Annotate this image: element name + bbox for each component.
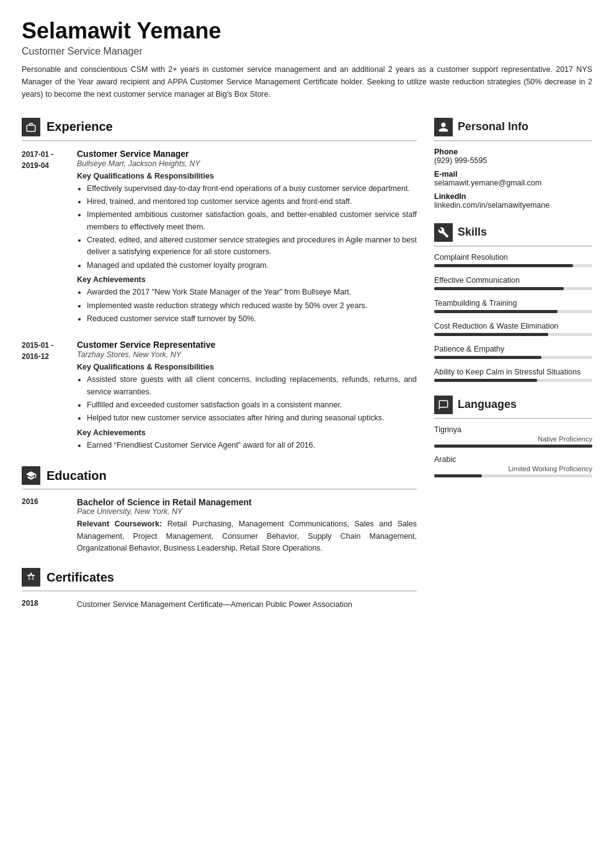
edu-degree-1: Bachelor of Science in Retail Management — [77, 497, 417, 507]
skills-icon — [434, 223, 453, 242]
skill-bar-bg-2 — [434, 310, 592, 313]
education-section-header: Education — [22, 466, 417, 490]
cert-content-1: Customer Service Management Certificate—… — [77, 599, 417, 611]
exp-dates-2: 2015-01 - 2016-12 — [22, 340, 68, 453]
edu-content-1: Bachelor of Science in Retail Management… — [77, 497, 417, 554]
education-icon — [22, 466, 40, 485]
certificates-title: Certificates — [47, 570, 114, 585]
lang-bar-bg-1 — [434, 474, 592, 477]
candidate-name: Selamawit Yemane — [22, 19, 592, 43]
list-item: Earned “Friendliest Customer Service Age… — [87, 440, 417, 451]
personal-info-icon — [434, 118, 453, 136]
education-title: Education — [47, 469, 107, 483]
personal-info-section: Personal Info Phone (929) 999-5595 E-mai… — [434, 118, 592, 210]
exp-qual-header-2: Key Qualifications & Responsibilities — [77, 363, 417, 371]
personal-info-header: Personal Info — [434, 118, 592, 141]
skill-bar-fill-3 — [434, 333, 548, 336]
skill-bar-bg-0 — [434, 264, 592, 267]
list-item: Hired, trained, and mentored top custome… — [87, 196, 417, 208]
languages-section: Languages Tigrinya Native Proficiency Ar… — [434, 396, 592, 477]
skill-item-1: Effective Communication — [434, 276, 592, 290]
exp-qual-list-1: Effectively supervised day-to-day front-… — [77, 183, 417, 272]
certificates-section: Certificates 2018 Customer Service Manag… — [22, 568, 417, 611]
skill-item-0: Complaint Resolution — [434, 253, 592, 267]
skill-name-1: Effective Communication — [434, 276, 592, 285]
skill-bar-bg-4 — [434, 356, 592, 359]
exp-content-1: Customer Service Manager Bullseye Mart, … — [77, 149, 417, 327]
lang-proficiency-0: Native Proficiency — [434, 435, 592, 443]
pi-linkedin: LinkedIn linkedin.com/in/selamawityemane — [434, 192, 592, 210]
languages-header: Languages — [434, 396, 592, 419]
pi-email: E-mail selamawit.yemane@gmail.com — [434, 170, 592, 187]
languages-title: Languages — [458, 398, 517, 411]
skill-item-4: Patience & Empathy — [434, 345, 592, 359]
edu-year-1: 2016 — [22, 497, 68, 554]
right-column: Personal Info Phone (929) 999-5595 E-mai… — [434, 118, 592, 625]
header-section: Selamawit Yemane Customer Service Manage… — [22, 19, 592, 100]
list-item: Implemented ambitious customer satisfact… — [87, 209, 417, 233]
exp-company-1: Bullseye Mart, Jackson Heights, NY — [77, 159, 417, 168]
exp-ach-header-1: Key Achievements — [77, 275, 417, 284]
list-item: Fulfilled and exceeded customer satisfac… — [87, 399, 417, 411]
edu-coursework-1: Relevant Coursework: Retail Purchasing, … — [77, 518, 417, 554]
skill-bar-fill-0 — [434, 264, 573, 267]
exp-job-title-1: Customer Service Manager — [77, 149, 417, 159]
edu-entry-1: 2016 Bachelor of Science in Retail Manag… — [22, 497, 417, 554]
exp-ach-list-2: Earned “Friendliest Customer Service Age… — [77, 440, 417, 451]
exp-content-2: Customer Service Representative Tarzhay … — [77, 340, 417, 453]
skill-bar-bg-1 — [434, 287, 592, 290]
list-item: Managed and updated the customer loyalty… — [87, 260, 417, 272]
candidate-summary: Personable and conscientious CSM with 2+… — [22, 63, 592, 100]
education-section: Education 2016 Bachelor of Science in Re… — [22, 466, 417, 554]
skills-section: Skills Complaint Resolution Effective Co… — [434, 223, 592, 382]
exp-company-2: Tarzhay Stores, New York, NY — [77, 350, 417, 359]
lang-proficiency-1: Limited Working Proficiency — [434, 465, 592, 472]
list-item: Effectively supervised day-to-day front-… — [87, 183, 417, 195]
list-item: Reduced customer service staff turnover … — [87, 313, 417, 325]
skill-bar-fill-4 — [434, 356, 541, 359]
list-item: Assisted store guests with all client co… — [87, 374, 417, 398]
skill-item-3: Cost Reduction & Waste Elimination — [434, 322, 592, 336]
experience-icon — [22, 118, 40, 136]
skill-bar-fill-2 — [434, 310, 558, 313]
list-item: Created, edited, and altered customer se… — [87, 234, 417, 259]
skill-name-2: Teambuilding & Training — [434, 299, 592, 308]
candidate-title: Customer Service Manager — [22, 46, 592, 57]
skill-name-3: Cost Reduction & Waste Elimination — [434, 322, 592, 330]
edu-coursework-label: Relevant Coursework: — [77, 520, 162, 528]
lang-name-0: Tigrinya — [434, 425, 592, 434]
lang-bar-fill-0 — [434, 445, 592, 448]
skill-name-4: Patience & Empathy — [434, 345, 592, 353]
exp-job-title-2: Customer Service Representative — [77, 340, 417, 350]
skill-bar-bg-5 — [434, 379, 592, 382]
skills-header: Skills — [434, 223, 592, 247]
list-item: Helped tutor new customer service associ… — [87, 412, 417, 424]
experience-section: Experience 2017-01 - 2019-04 Customer Se… — [22, 118, 417, 453]
left-column: Experience 2017-01 - 2019-04 Customer Se… — [22, 118, 417, 625]
exp-qual-list-2: Assisted store guests with all client co… — [77, 374, 417, 425]
exp-entry-2: 2015-01 - 2016-12 Customer Service Repre… — [22, 340, 417, 453]
exp-ach-list-1: Awarded the 2017 "New York State Manager… — [77, 286, 417, 325]
edu-school-1: Pace University, New York, NY — [77, 507, 417, 516]
skill-name-0: Complaint Resolution — [434, 253, 592, 262]
pi-phone: Phone (929) 999-5595 — [434, 148, 592, 165]
exp-qual-header-1: Key Qualifications & Responsibilities — [77, 172, 417, 180]
skill-item-5: Ability to Keep Calm in Stressful Situat… — [434, 368, 592, 382]
skill-name-5: Ability to Keep Calm in Stressful Situat… — [434, 368, 592, 376]
cert-entry-1: 2018 Customer Service Management Certifi… — [22, 599, 417, 611]
list-item: Awarded the 2017 "New York State Manager… — [87, 286, 417, 298]
skill-bar-fill-1 — [434, 287, 564, 290]
personal-info-title: Personal Info — [458, 120, 528, 133]
exp-dates-1: 2017-01 - 2019-04 — [22, 149, 68, 327]
lang-bar-bg-0 — [434, 445, 592, 448]
lang-item-1: Arabic Limited Working Proficiency — [434, 455, 592, 477]
experience-section-header: Experience — [22, 118, 417, 141]
list-item: Implemented waste reduction strategy whi… — [87, 300, 417, 312]
lang-item-0: Tigrinya Native Proficiency — [434, 425, 592, 448]
certificates-icon — [22, 568, 40, 587]
cert-year-1: 2018 — [22, 599, 68, 611]
lang-name-1: Arabic — [434, 455, 592, 464]
exp-ach-header-2: Key Achievements — [77, 428, 417, 437]
skills-title: Skills — [458, 226, 487, 239]
exp-entry-1: 2017-01 - 2019-04 Customer Service Manag… — [22, 149, 417, 327]
